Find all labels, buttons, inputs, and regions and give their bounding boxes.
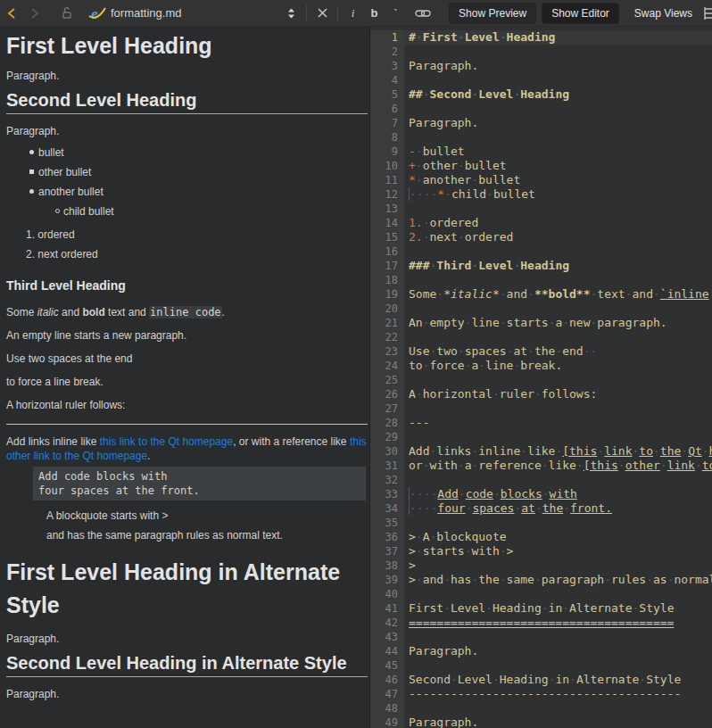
editor-line-text[interactable]: >·A·blockquote — [404, 530, 712, 544]
editor-line-text[interactable]: >·and·has·the·same·paragraph·rules·as·no… — [404, 573, 712, 587]
editor-line-text[interactable]: ····Add·code·blocks·with — [404, 487, 712, 501]
markdown-preview-pane[interactable]: First Level Heading Paragraph. Second Le… — [0, 27, 370, 728]
editor-line-text[interactable] — [404, 516, 712, 530]
editor-line-text[interactable] — [404, 302, 712, 316]
editor-line[interactable]: 33····Add·code·blocks·with — [370, 487, 712, 501]
editor-line-text[interactable]: to·force·a·line·break. — [404, 359, 712, 373]
show-preview-button[interactable]: Show Preview — [449, 3, 536, 24]
editor-line[interactable]: 27 — [370, 401, 712, 416]
editor-line-text[interactable]: #·First·Level·Heading — [404, 30, 712, 45]
editor-line[interactable]: 6 — [370, 102, 712, 116]
editor-line-text[interactable]: -·bullet — [404, 145, 712, 159]
editor-line[interactable]: 37>·starts·with·> — [370, 544, 712, 558]
editor-line-text[interactable] — [404, 701, 712, 716]
editor-line[interactable]: 28--- — [370, 416, 712, 430]
editor-line[interactable]: 38> — [370, 558, 712, 573]
editor-line[interactable]: 12····*·child·bullet — [370, 187, 712, 202]
editor-line[interactable]: 7Paragraph. — [370, 116, 712, 130]
editor-line-text[interactable]: 2.·next·ordered — [404, 230, 712, 244]
editor-line-text[interactable]: 1.·ordered — [404, 216, 712, 230]
editor-line-text[interactable] — [404, 273, 712, 287]
editor-line[interactable]: 26A·horizontal·ruler·follows: — [370, 387, 712, 401]
inline-code-button[interactable]: ` — [385, 6, 406, 21]
editor-line[interactable]: 31or·with·a·reference·like·[this·other·l… — [370, 459, 712, 473]
editor-line-text[interactable] — [404, 658, 712, 673]
editor-line[interactable]: 2 — [370, 45, 712, 59]
editor-line-text[interactable]: Paragraph. — [404, 644, 712, 658]
editor-line-text[interactable] — [404, 373, 712, 387]
close-icon[interactable] — [310, 2, 334, 25]
editor-line[interactable]: 46Second·Level·Heading·in·Alternate·Styl… — [370, 673, 712, 687]
editor-line-text[interactable]: --- — [404, 416, 712, 430]
editor-line[interactable]: 8 — [370, 130, 712, 145]
link-icon[interactable] — [411, 2, 435, 25]
editor-line[interactable]: 3Paragraph. — [370, 59, 712, 73]
document-title[interactable]: formatting.md — [111, 6, 181, 20]
editor-line-text[interactable] — [404, 473, 712, 487]
editor-line[interactable]: 29 — [370, 430, 712, 444]
editor-line[interactable]: 19Some·*italic*·and·**bold**·text·and·`i… — [370, 287, 712, 302]
editor-line[interactable]: 36>·A·blockquote — [370, 530, 712, 544]
italic-button[interactable]: i — [342, 6, 363, 21]
editor-line-text[interactable] — [404, 45, 712, 59]
editor-line-text[interactable] — [404, 202, 712, 216]
editor-line-text[interactable] — [404, 330, 712, 344]
editor-line-text[interactable]: ····four·spaces·at·the·front. — [404, 501, 712, 516]
editor-line[interactable]: 40 — [370, 587, 712, 601]
editor-line[interactable]: 23Use·two·spaces·at·the·end·· — [370, 344, 712, 359]
editor-line[interactable]: 13 — [370, 202, 712, 216]
editor-line-text[interactable]: Paragraph. — [404, 116, 712, 130]
editor-line[interactable]: 41First·Level·Heading·in·Alternate·Style — [370, 601, 712, 616]
editor-line[interactable]: 32 — [370, 473, 712, 487]
editor-line-text[interactable]: ###·Third·Level·Heading — [404, 259, 712, 273]
document-dropdown-icon[interactable] — [279, 2, 302, 25]
editor-line[interactable]: 17###·Third·Level·Heading — [370, 259, 712, 273]
editor-line-text[interactable]: A·horizontal·ruler·follows: — [404, 387, 712, 401]
editor-line-text[interactable] — [404, 430, 712, 444]
editor-line-text[interactable]: ····*·child·bullet — [404, 187, 712, 202]
editor-line-text[interactable] — [404, 244, 712, 259]
bold-button[interactable]: b — [363, 6, 385, 20]
editor-line[interactable]: 25 — [370, 373, 712, 387]
editor-line[interactable]: 11*·another·bullet — [370, 173, 712, 187]
editor-line[interactable]: 21An·empty·line·starts·a·new·paragraph. — [370, 316, 712, 330]
swap-views-button[interactable]: Swap Views — [625, 3, 702, 24]
editor-line-text[interactable]: Some·*italic*·and·**bold**·text·and·`inl… — [404, 287, 712, 302]
show-editor-button[interactable]: Show Editor — [542, 3, 619, 24]
editor-line[interactable]: 20 — [370, 302, 712, 316]
markdown-editor-pane[interactable]: 1#·First·Level·Heading23Paragraph.45##·S… — [370, 27, 712, 728]
editor-line-text[interactable]: An·empty·line·starts·a·new·paragraph. — [404, 316, 712, 330]
editor-line-text[interactable]: Paragraph. — [404, 716, 712, 728]
editor-line[interactable]: 47--------------------------------------… — [370, 687, 712, 701]
editor-line[interactable]: 48 — [370, 701, 712, 716]
editor-line[interactable]: 4 — [370, 73, 712, 87]
editor-line-text[interactable]: +·other·bullet — [404, 159, 712, 173]
editor-line[interactable]: 45 — [370, 658, 712, 673]
forward-icon[interactable] — [23, 2, 46, 25]
editor-line[interactable]: 18 — [370, 273, 712, 287]
editor-line-text[interactable] — [404, 130, 712, 145]
editor-line-text[interactable]: > — [404, 558, 712, 573]
editor-line-text[interactable] — [404, 102, 712, 116]
editor-line-text[interactable]: Paragraph. — [404, 59, 712, 73]
editor-line-text[interactable]: Second·Level·Heading·in·Alternate·Style — [404, 673, 712, 687]
qt-homepage-link[interactable]: this link to the Qt homepage — [100, 435, 233, 448]
clipped-toolbar-icon[interactable] — [704, 2, 712, 25]
editor-line-text[interactable]: *·another·bullet — [404, 173, 712, 187]
editor-line[interactable]: 10+·other·bullet — [370, 159, 712, 173]
editor-line[interactable]: 44Paragraph. — [370, 644, 712, 658]
editor-line[interactable]: 24to·force·a·line·break. — [370, 359, 712, 373]
editor-line[interactable]: 141.·ordered — [370, 216, 712, 230]
editor-line-text[interactable]: ##·Second·Level·Heading — [404, 87, 712, 102]
editor-line[interactable]: 9-·bullet — [370, 145, 712, 159]
editor-line[interactable]: 49Paragraph. — [370, 716, 712, 728]
editor-line-text[interactable]: --------------------------------------- — [404, 687, 712, 701]
editor-line[interactable]: 35 — [370, 516, 712, 530]
editor-line-text[interactable]: ====================================== — [404, 616, 712, 630]
back-icon[interactable] — [0, 2, 23, 25]
editor-line[interactable]: 152.·next·ordered — [370, 230, 712, 244]
editor-line[interactable]: 42====================================== — [370, 616, 712, 630]
unlock-icon[interactable] — [55, 2, 79, 25]
editor-line-text[interactable] — [404, 401, 712, 416]
editor-line-text[interactable]: First·Level·Heading·in·Alternate·Style — [404, 601, 712, 616]
